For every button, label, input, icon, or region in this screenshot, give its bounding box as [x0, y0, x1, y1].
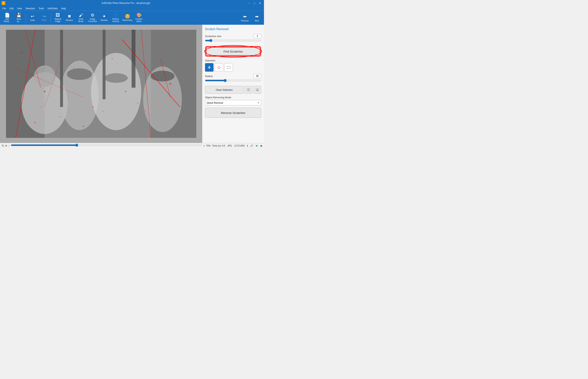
previous-button[interactable]: ⬅ Previous	[239, 12, 250, 24]
maximize-button[interactable]: □	[252, 1, 257, 5]
menu-selection[interactable]: Selection	[24, 7, 36, 10]
svg-point-27	[125, 91, 126, 92]
svg-point-43	[218, 66, 220, 68]
toolbar: 📄 AddFile(s)... 💾 Saveas... ↩ Undo ↪ Red…	[0, 11, 264, 25]
denoise-button[interactable]: ✦ Denoise	[98, 12, 110, 24]
scratches-size-slider[interactable]	[205, 39, 261, 42]
svg-rect-37	[103, 111, 103, 112]
clear-selection-button[interactable]: Clear Selection	[205, 86, 244, 94]
save-as-button[interactable]: 💾 Saveas...	[13, 12, 24, 24]
redo-icon: ↪	[42, 14, 46, 18]
remove-button[interactable]: ✖ Remove	[64, 12, 75, 24]
svg-point-42	[209, 67, 210, 68]
image-correction-label: ImageCorrection	[88, 18, 97, 23]
radius-row: Radius 50	[205, 74, 261, 78]
save-selection-button[interactable]	[245, 86, 252, 94]
reduce-blurring-button[interactable]: 👤 Reduceblurring	[110, 12, 121, 24]
photo-container	[0, 25, 202, 143]
svg-point-25	[92, 106, 94, 108]
load-selection-icon	[256, 88, 259, 92]
menu-bar: File Edit View Selection Tools SoftOrbit…	[0, 6, 264, 11]
zoom-slider[interactable]	[11, 144, 202, 147]
svg-rect-38	[137, 103, 138, 104]
image-correction-icon: ⚙	[91, 13, 95, 17]
share-icon[interactable]: 🔗	[250, 144, 253, 147]
remove-scratches-button[interactable]: Remove Scratches	[205, 108, 261, 118]
object-removing-section: Object Removing Mode Quick Remove ▼	[205, 96, 261, 105]
svg-point-29	[169, 83, 171, 85]
radius-label: Radius	[205, 75, 213, 78]
lasso-select-button[interactable]	[215, 63, 223, 72]
menu-edit[interactable]: Edit	[8, 7, 15, 10]
retouching-label: Retouching	[123, 19, 132, 21]
rect-select-button[interactable]	[224, 63, 233, 72]
menu-softorbits[interactable]: SoftOrbits	[46, 7, 59, 10]
dropdown-arrow-icon: ▼	[258, 102, 260, 104]
save-icon: 💾	[16, 13, 21, 17]
selection-section: Selection	[205, 59, 261, 72]
add-files-button[interactable]: 📄 AddFile(s)...	[1, 12, 13, 24]
image-correction-button[interactable]: ⚙ ImageCorrection	[87, 12, 98, 24]
previous-icon: ⬅	[243, 14, 246, 19]
svg-point-8	[67, 68, 92, 80]
app-logo: S	[1, 1, 5, 5]
zoom-minus[interactable]: −	[8, 144, 10, 147]
svg-rect-11	[60, 30, 63, 107]
add-files-icon: 📄	[5, 13, 10, 17]
scratches-size-value[interactable]: 2	[254, 34, 261, 38]
redo-label: Redo	[42, 19, 46, 21]
quick-remove-dropdown[interactable]: Quick Remove ▼	[205, 100, 261, 105]
svg-point-30	[180, 116, 180, 117]
video-icon[interactable]: ▶	[261, 144, 262, 147]
save-selection-icon	[247, 88, 250, 92]
canvas-area[interactable]	[0, 25, 202, 143]
photo	[6, 30, 196, 138]
colorize-button[interactable]: 🎨 Colorizephoto	[133, 12, 145, 24]
undo-brush-button[interactable]: 🖌 UndoBrush	[75, 12, 87, 24]
panel-title: Scratch Remover	[205, 27, 261, 31]
selection-tools	[205, 63, 261, 72]
original-image-button[interactable]: 🖼 OriginalImage	[52, 12, 63, 24]
object-removing-label: Object Removing Mode	[205, 96, 261, 99]
clear-selection-row: Clear Selection	[205, 86, 261, 94]
find-scratches-button[interactable]: Find Scratches	[206, 47, 260, 56]
retouching-button[interactable]: 😊 Retouching	[122, 12, 133, 24]
retouching-icon: 😊	[125, 14, 130, 18]
svg-line-53	[3, 146, 4, 147]
menu-file[interactable]: File	[1, 7, 8, 10]
dimensions-label: 1172×663	[234, 144, 245, 147]
colorize-label: Colorizephoto	[135, 18, 143, 23]
redo-button[interactable]: ↪ Redo	[38, 12, 50, 24]
svg-point-24	[73, 68, 74, 69]
svg-point-22	[29, 64, 30, 65]
menu-view[interactable]: View	[16, 7, 24, 10]
undo-label: Undo	[30, 19, 35, 21]
format-label: JPG	[228, 144, 232, 147]
scratches-size-row: Scratches size 2	[205, 34, 261, 38]
undo-button[interactable]: ↩ Undo	[27, 12, 38, 24]
add-files-label: AddFile(s)...	[4, 18, 11, 23]
load-selection-button[interactable]	[254, 86, 261, 94]
zoom-icon	[1, 144, 4, 147]
info-icon[interactable]: ℹ	[247, 144, 248, 147]
close-button[interactable]: ✕	[257, 1, 262, 5]
radius-value[interactable]: 50	[254, 74, 261, 78]
social-icon[interactable]: 🐦	[255, 144, 258, 147]
svg-rect-35	[41, 107, 41, 108]
brush-select-icon	[207, 65, 212, 69]
next-label: Next	[255, 20, 259, 22]
minimize-button[interactable]: −	[246, 1, 252, 5]
next-button[interactable]: ➡ Next	[251, 12, 262, 24]
time-label: Time (s): 0.0	[212, 144, 225, 147]
zoom-plus[interactable]: +	[203, 144, 205, 147]
reduce-blurring-icon: 👤	[113, 13, 118, 17]
brush-select-button[interactable]	[205, 63, 213, 72]
radius-slider[interactable]	[205, 79, 261, 82]
svg-rect-47	[248, 90, 249, 91]
menu-tools[interactable]: Tools	[37, 7, 45, 10]
svg-point-31	[34, 122, 35, 123]
dropdown-value: Quick Remove	[207, 101, 223, 104]
menu-help[interactable]: Help	[60, 7, 68, 10]
remove-icon: ✖	[68, 14, 71, 18]
original-image-label: OriginalImage	[54, 18, 61, 23]
